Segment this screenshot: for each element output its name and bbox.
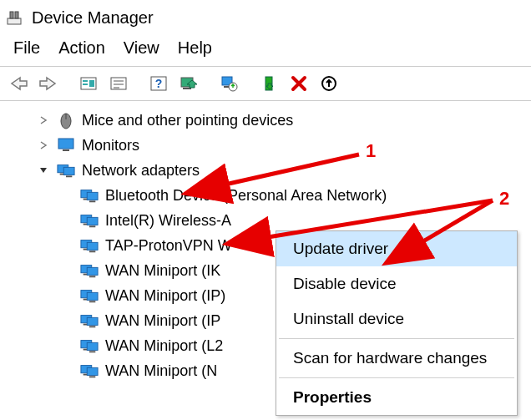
network-adapter-icon <box>80 286 99 305</box>
menubar: File Action View Help <box>0 33 531 66</box>
svg-rect-42 <box>87 267 98 275</box>
menu-help[interactable]: Help <box>178 38 212 58</box>
expand-icon[interactable] <box>37 114 50 127</box>
tree-label: Mice and other pointing devices <box>82 112 293 129</box>
svg-rect-43 <box>89 276 95 277</box>
menu-action[interactable]: Action <box>58 38 105 58</box>
tree-item-network-adapters[interactable]: Network adapters <box>15 158 531 183</box>
svg-text:?: ? <box>155 77 163 90</box>
tree-label: Intel(R) Wireless-A <box>105 212 231 230</box>
context-menu-properties[interactable]: Properties <box>276 380 517 415</box>
network-adapter-icon <box>80 362 99 380</box>
properties-button[interactable] <box>105 70 132 97</box>
svg-rect-27 <box>66 175 72 177</box>
svg-rect-59 <box>89 376 95 377</box>
network-adapter-icon <box>80 311 99 330</box>
network-adapter-icon <box>80 211 99 230</box>
back-button[interactable] <box>5 70 32 97</box>
svg-rect-4 <box>83 80 88 82</box>
context-menu-label: Disable device <box>293 275 397 292</box>
svg-rect-34 <box>87 217 98 225</box>
disable-button[interactable] <box>316 70 342 97</box>
toolbar: ? <box>0 66 531 101</box>
tree-label: Monitors <box>82 137 139 154</box>
tree-label: TAP-ProtonVPN W <box>105 237 232 255</box>
context-menu-scan-hardware[interactable]: Scan for hardware changes <box>276 341 517 376</box>
svg-rect-47 <box>89 301 95 302</box>
annotation-label-1: 1 <box>366 140 376 162</box>
context-menu-disable-device[interactable]: Disable device <box>276 266 517 301</box>
context-menu: Update driver Disable device Uninstall d… <box>276 230 518 416</box>
tree-label: WAN Miniport (N <box>105 362 217 380</box>
menu-file[interactable]: File <box>13 38 40 58</box>
update-driver-button[interactable] <box>215 70 242 97</box>
context-menu-separator <box>279 377 514 378</box>
context-menu-label: Update driver <box>293 240 388 257</box>
svg-rect-58 <box>87 367 98 375</box>
svg-rect-46 <box>87 292 98 300</box>
menu-view[interactable]: View <box>124 38 159 58</box>
tree-label: WAN Miniport (IP) <box>105 287 225 305</box>
window-title: Device Manager <box>32 8 154 28</box>
tree-label: WAN Miniport (L2 <box>105 337 223 355</box>
forward-button[interactable] <box>35 70 62 97</box>
network-adapter-icon <box>80 261 99 280</box>
svg-rect-54 <box>87 342 98 350</box>
tree-label: WAN Miniport (IP <box>105 312 220 330</box>
svg-rect-1 <box>10 12 13 18</box>
svg-rect-51 <box>89 326 95 327</box>
context-menu-separator <box>279 338 514 339</box>
annotation-label-2: 2 <box>499 188 509 210</box>
svg-rect-50 <box>87 317 98 325</box>
network-adapter-icon <box>57 161 75 180</box>
tree-label: Network adapters <box>82 162 200 180</box>
collapse-icon[interactable] <box>37 164 50 177</box>
context-menu-label: Scan for hardware changes <box>293 349 487 367</box>
tree-item-intel-wireless[interactable]: Intel(R) Wireless-A <box>15 208 531 233</box>
help-button[interactable]: ? <box>145 70 172 97</box>
svg-rect-26 <box>63 167 74 175</box>
scan-button[interactable] <box>175 70 202 97</box>
svg-rect-23 <box>63 149 69 151</box>
expand-icon[interactable] <box>37 139 50 152</box>
network-adapter-icon <box>80 337 99 355</box>
network-adapter-icon <box>80 186 99 205</box>
svg-rect-6 <box>89 80 94 87</box>
tree-item-monitors[interactable]: Monitors <box>15 133 531 158</box>
monitor-icon <box>57 136 75 154</box>
svg-rect-30 <box>87 192 98 200</box>
tree-item-bluetooth[interactable]: Bluetooth Device (Personal Area Network) <box>15 183 531 208</box>
context-menu-label: Uninstall device <box>293 310 404 327</box>
svg-rect-39 <box>89 250 95 252</box>
context-menu-update-driver[interactable]: Update driver <box>276 231 517 266</box>
svg-rect-38 <box>87 242 98 250</box>
titlebar: Device Manager <box>0 0 531 33</box>
tree-label: Bluetooth Device (Personal Area Network) <box>105 187 387 205</box>
svg-rect-5 <box>83 83 88 85</box>
mouse-icon <box>57 111 75 129</box>
svg-rect-2 <box>15 12 18 18</box>
context-menu-label: Properties <box>293 388 372 406</box>
svg-rect-31 <box>89 200 95 202</box>
svg-rect-0 <box>8 18 21 24</box>
network-adapter-icon <box>80 236 99 255</box>
tree-item-mice[interactable]: Mice and other pointing devices <box>15 108 531 133</box>
show-hide-button[interactable] <box>75 70 102 97</box>
svg-rect-22 <box>58 139 73 149</box>
svg-rect-55 <box>89 351 95 352</box>
svg-rect-35 <box>89 225 95 227</box>
tree-label: WAN Miniport (IK <box>105 262 220 280</box>
context-menu-uninstall-device[interactable]: Uninstall device <box>276 301 517 337</box>
app-icon <box>5 8 23 27</box>
uninstall-button[interactable] <box>255 70 282 97</box>
delete-button[interactable] <box>286 70 312 97</box>
